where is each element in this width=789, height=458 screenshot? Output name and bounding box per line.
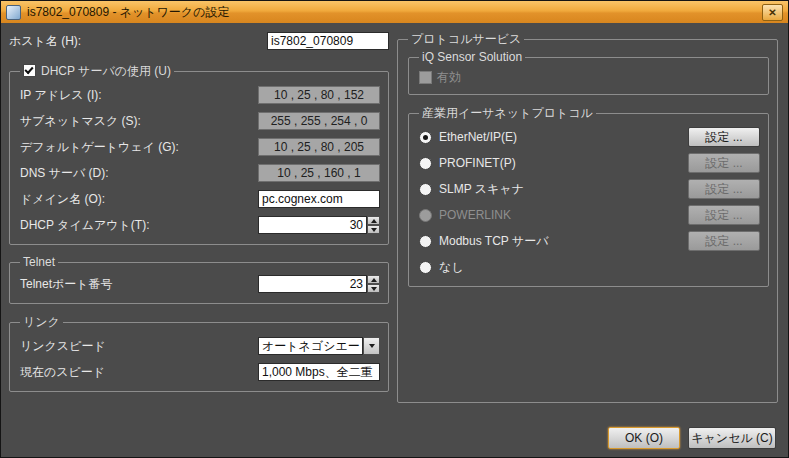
industrial-ethernet-legend: 産業用イーサネットプロトコル [419, 105, 596, 122]
dhcp-checkbox[interactable] [23, 64, 36, 77]
spin-down-icon [371, 287, 377, 291]
none-label: なし [439, 259, 760, 276]
right-column: プロトコルサービス iQ Sensor Solution 有効 産業用イーサネッ… [397, 31, 778, 403]
dns-server-label: DNS サーバ (D): [20, 165, 258, 182]
default-gateway-label: デフォルトゲートウェイ (G): [20, 139, 258, 156]
profinet-row: PROFINET(P) 設定 ... [419, 150, 760, 176]
powerlink-settings-button: 設定 ... [688, 205, 760, 225]
dhcp-checkbox-label: DHCP サーバの使用 (U) [41, 64, 171, 78]
hostname-row: ホスト名 (H): is7802_070809 [9, 31, 389, 51]
industrial-ethernet-group: 産業用イーサネットプロトコル EtherNet/IP(E) 設定 ... PRO… [408, 105, 769, 287]
left-column: ホスト名 (H): is7802_070809 DHCP サーバの使用 (U) … [9, 31, 389, 392]
ip-address-label: IP アドレス (I): [20, 87, 258, 104]
dhcp-legend: DHCP サーバの使用 (U) [20, 63, 174, 80]
dhcp-timeout-spinner: 30 [258, 216, 380, 234]
dhcp-timeout-input[interactable]: 30 [258, 216, 367, 234]
none-radio[interactable] [419, 261, 432, 274]
modbus-settings-button: 設定 ... [688, 231, 760, 251]
dns-server-row: DNS サーバ (D): 10 , 25 , 160 , 1 [20, 160, 380, 186]
dhcp-timeout-up-button[interactable] [367, 216, 380, 225]
chevron-down-icon [369, 344, 375, 348]
hostname-label: ホスト名 (H): [9, 33, 267, 50]
none-row: なし [419, 254, 760, 280]
ip-address-input: 10 , 25 , 80 , 152 [258, 86, 380, 104]
iq-enabled-row: 有効 [419, 66, 760, 88]
profinet-label: PROFINET(P) [439, 156, 688, 170]
link-speed-dropdown-button[interactable] [363, 337, 380, 355]
link-speed-combobox[interactable]: オートネゴシエー [258, 337, 380, 355]
dhcp-timeout-label: DHCP タイムアウト(T): [20, 217, 258, 234]
iq-sensor-legend: iQ Sensor Solution [419, 50, 525, 64]
close-icon[interactable]: ✕ [762, 4, 783, 21]
network-settings-dialog: is7802_070809 - ネットワークの設定 ✕ ホスト名 (H): is… [0, 0, 789, 458]
subnet-mask-input: 255 , 255 , 254 , 0 [258, 112, 380, 130]
powerlink-row: POWERLINK 設定 ... [419, 202, 760, 228]
iq-enabled-label: 有効 [437, 69, 760, 86]
spin-down-icon [371, 228, 377, 232]
ip-address-row: IP アドレス (I): 10 , 25 , 80 , 152 [20, 82, 380, 108]
slmp-radio[interactable] [419, 183, 432, 196]
domain-name-label: ドメイン名 (O): [20, 191, 258, 208]
modbus-radio[interactable] [419, 235, 432, 248]
powerlink-label: POWERLINK [439, 208, 688, 222]
protocol-services-group: プロトコルサービス iQ Sensor Solution 有効 産業用イーサネッ… [397, 31, 778, 403]
profinet-radio[interactable] [419, 157, 432, 170]
slmp-row: SLMP スキャナ 設定 ... [419, 176, 760, 202]
ethernet-ip-settings-button[interactable]: 設定 ... [688, 127, 760, 147]
ethernet-ip-row: EtherNet/IP(E) 設定 ... [419, 124, 760, 150]
subnet-mask-label: サブネットマスク (S): [20, 113, 258, 130]
dialog-body: ホスト名 (H): is7802_070809 DHCP サーバの使用 (U) … [1, 23, 788, 457]
current-speed-row: 現在のスピード 1,000 Mbps、全二重 [20, 359, 380, 385]
window-title: is7802_070809 - ネットワークの設定 [27, 4, 229, 21]
telnet-legend: Telnet [20, 255, 58, 269]
powerlink-radio [419, 209, 432, 222]
app-icon [6, 5, 21, 20]
hostname-input[interactable]: is7802_070809 [267, 32, 389, 50]
ok-button[interactable]: OK (O) [608, 427, 680, 449]
titlebar[interactable]: is7802_070809 - ネットワークの設定 ✕ [1, 1, 788, 23]
default-gateway-input: 10 , 25 , 80 , 205 [258, 138, 380, 156]
footer-buttons: OK (O) キャンセル (C) [608, 427, 776, 449]
modbus-row: Modbus TCP サーバ 設定 ... [419, 228, 760, 254]
dhcp-timeout-down-button[interactable] [367, 225, 380, 234]
spin-up-icon [371, 278, 377, 282]
dns-server-input: 10 , 25 , 160 , 1 [258, 164, 380, 182]
telnet-port-label: Telnetポート番号 [20, 276, 258, 293]
dhcp-group: DHCP サーバの使用 (U) IP アドレス (I): 10 , 25 , 8… [9, 63, 389, 245]
link-group: リンク リンクスピード オートネゴシエー 現在のスピード 1,000 Mbps、… [9, 314, 389, 392]
current-speed-value: 1,000 Mbps、全二重 [258, 363, 380, 381]
iq-sensor-group: iQ Sensor Solution 有効 [408, 50, 769, 95]
telnet-group: Telnet Telnetポート番号 23 [9, 255, 389, 304]
link-legend: リンク [20, 314, 63, 331]
slmp-label: SLMP スキャナ [439, 181, 688, 198]
link-speed-row: リンクスピード オートネゴシエー [20, 333, 380, 359]
telnet-port-up-button[interactable] [367, 275, 380, 284]
dhcp-timeout-row: DHCP タイムアウト(T): 30 [20, 212, 380, 238]
domain-name-row: ドメイン名 (O): pc.cognex.com [20, 186, 380, 212]
iq-enabled-checkbox [419, 71, 432, 84]
slmp-settings-button: 設定 ... [688, 179, 760, 199]
current-speed-label: 現在のスピード [20, 364, 258, 381]
cancel-button[interactable]: キャンセル (C) [688, 427, 776, 449]
spin-up-icon [371, 219, 377, 223]
default-gateway-row: デフォルトゲートウェイ (G): 10 , 25 , 80 , 205 [20, 134, 380, 160]
telnet-port-row: Telnetポート番号 23 [20, 271, 380, 297]
ethernet-ip-label: EtherNet/IP(E) [439, 130, 688, 144]
telnet-port-down-button[interactable] [367, 284, 380, 293]
profinet-settings-button: 設定 ... [688, 153, 760, 173]
telnet-port-spinner: 23 [258, 275, 380, 293]
subnet-mask-row: サブネットマスク (S): 255 , 255 , 254 , 0 [20, 108, 380, 134]
link-speed-value[interactable]: オートネゴシエー [258, 337, 363, 355]
ethernet-ip-radio[interactable] [419, 131, 432, 144]
domain-name-input[interactable]: pc.cognex.com [258, 190, 380, 208]
telnet-port-input[interactable]: 23 [258, 275, 367, 293]
modbus-label: Modbus TCP サーバ [439, 233, 688, 250]
protocol-services-legend: プロトコルサービス [408, 31, 524, 48]
link-speed-label: リンクスピード [20, 338, 258, 355]
